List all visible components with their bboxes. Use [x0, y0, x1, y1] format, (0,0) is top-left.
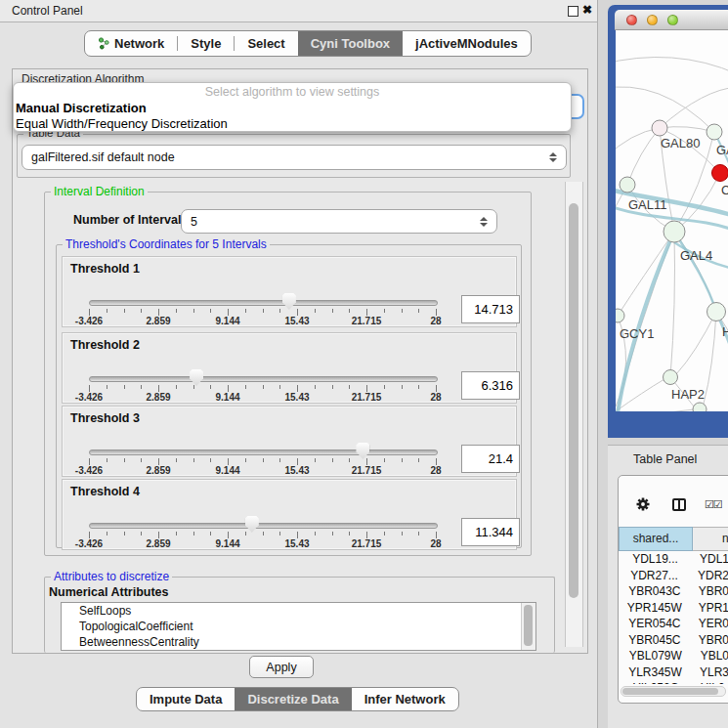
tab-discretize-data[interactable]: Discretize Data: [235, 688, 351, 710]
network-window-titlebar[interactable]: [615, 10, 728, 30]
table-row[interactable]: YBR045CYBR0: [619, 633, 728, 650]
cell-name[interactable]: YIL0: [693, 681, 725, 684]
threshold-slider[interactable]: -3.4262.8599.14415.4321.71528: [89, 407, 436, 476]
slider-track[interactable]: [89, 300, 438, 306]
network-edge[interactable]: [616, 57, 728, 74]
table-row[interactable]: YPR145WYPR1: [619, 601, 728, 618]
table-data-combobox[interactable]: galFiltered.sif default node: [21, 145, 567, 170]
cell-shared-name[interactable]: YER054C: [619, 617, 691, 633]
slider-thumb[interactable]: [282, 293, 296, 310]
attribute-list-item-selfloops[interactable]: SelfLoops: [62, 603, 535, 619]
attribute-list-item-betweennesscentrality[interactable]: BetweennessCentrality: [62, 634, 535, 650]
cell-name[interactable]: YLR3: [692, 665, 728, 682]
scrollbar-thumb[interactable]: [569, 203, 578, 598]
threshold-value-field[interactable]: 6.316: [461, 371, 520, 400]
tab-jactivemnodules[interactable]: jActiveMNodules: [403, 31, 531, 56]
cell-name[interactable]: YDR2: [690, 569, 728, 585]
network-edge[interactable]: [660, 87, 728, 128]
slider-track[interactable]: [89, 376, 438, 382]
table-horizontal-scrollbar[interactable]: [621, 686, 726, 697]
slider-thumb[interactable]: [245, 516, 259, 533]
cell-shared-name[interactable]: YBL079W: [619, 649, 693, 665]
tick-label: 2.859: [146, 538, 170, 549]
cell-name[interactable]: YBR0: [691, 633, 728, 650]
close-traffic-light-icon[interactable]: [626, 15, 637, 25]
node-label: GA: [716, 143, 728, 157]
cell-shared-name[interactable]: YBR045C: [619, 633, 691, 650]
slider-thumb[interactable]: [190, 369, 203, 386]
slider-track[interactable]: [89, 450, 438, 455]
tab-cyni-toolbox[interactable]: Cyni Toolbox: [298, 31, 403, 56]
table-row[interactable]: YBL079WYBL0: [619, 649, 728, 665]
network-node-gcy1[interactable]: [616, 309, 624, 322]
attribute-list-item-topologicalcoefficient[interactable]: TopologicalCoefficient: [62, 619, 535, 634]
threshold-value-field[interactable]: 14.713: [461, 295, 520, 323]
cell-shared-name[interactable]: YDL19...: [619, 552, 692, 569]
network-edge[interactable]: [704, 312, 716, 404]
network-node-h[interactable]: [707, 303, 726, 321]
float-window-icon[interactable]: [568, 6, 578, 17]
network-edge-highlighted[interactable]: [618, 232, 674, 411]
numerical-attributes-listbox[interactable]: SelfLoopsTopologicalCoefficientBetweenne…: [61, 602, 536, 651]
cell-name[interactable]: YER0: [691, 617, 728, 633]
tab-select[interactable]: Select: [235, 31, 297, 56]
cell-shared-name[interactable]: YPR145W: [619, 601, 691, 618]
network-edge[interactable]: [676, 312, 716, 374]
cell-shared-name[interactable]: YDR27...: [619, 569, 690, 585]
network-canvas[interactable]: GAL80GACGAL11GAL4GCY1HHAP2: [616, 30, 728, 411]
table-row[interactable]: YDR27...YDR2: [619, 569, 728, 585]
network-edge-highlighted[interactable]: [674, 232, 716, 312]
network-view-window[interactable]: GAL80GACGAL11GAL4GCY1HHAP2: [608, 5, 728, 438]
cell-name[interactable]: YPR1: [691, 601, 728, 618]
dropdown-option-equal-width-frequency[interactable]: Equal Width/Frequency Discretization: [14, 116, 571, 132]
slider-track[interactable]: [89, 523, 438, 529]
column-header-name[interactable]: n: [693, 527, 728, 551]
zoom-traffic-light-icon[interactable]: [667, 15, 678, 25]
cell-name[interactable]: YBR0: [691, 584, 728, 601]
minimize-traffic-light-icon[interactable]: [647, 15, 658, 25]
network-node-gal4[interactable]: [664, 221, 685, 242]
network-edge[interactable]: [670, 232, 675, 377]
threshold-slider[interactable]: -3.4262.8599.14415.4321.71528: [89, 480, 436, 549]
slider-thumb[interactable]: [356, 443, 369, 459]
number-of-intervals-combobox[interactable]: 5: [181, 209, 497, 234]
network-node[interactable]: [693, 403, 707, 411]
settings-vertical-scrollbar[interactable]: [565, 182, 583, 647]
table-row[interactable]: YDL19...YDL1: [619, 552, 728, 569]
close-icon[interactable]: ✖: [582, 3, 592, 17]
threshold-value-field[interactable]: 21.4: [461, 445, 520, 473]
network-node-gal11[interactable]: [620, 177, 635, 193]
scrollbar-thumb[interactable]: [524, 605, 533, 646]
split-columns-icon[interactable]: [672, 498, 686, 511]
dropdown-option-manual-discretization[interactable]: Manual Discretization: [14, 101, 571, 116]
cell-shared-name[interactable]: YLR345W: [619, 665, 692, 682]
cell-shared-name[interactable]: YIL052C: [619, 681, 693, 684]
table-row[interactable]: YLR345WYLR3: [619, 665, 728, 682]
threshold-slider[interactable]: -3.4262.8599.14415.4321.71528: [89, 257, 436, 326]
tab-network[interactable]: Network: [85, 31, 177, 56]
network-edge[interactable]: [616, 409, 694, 411]
tab-impute-data[interactable]: Impute Data: [137, 688, 235, 710]
scrollbar-thumb[interactable]: [622, 688, 718, 695]
network-node-ga[interactable]: [707, 124, 722, 140]
apply-button[interactable]: Apply: [249, 656, 314, 678]
checked-checkbox-icons[interactable]: ☑☑: [705, 498, 722, 511]
table-row[interactable]: YER054CYER0: [619, 617, 728, 633]
cell-shared-name[interactable]: YBR043C: [619, 584, 691, 601]
network-node-c[interactable]: [712, 165, 728, 182]
cell-name[interactable]: YDL1: [692, 552, 728, 569]
gear-icon[interactable]: [636, 497, 650, 511]
cell-name[interactable]: YBL0: [693, 649, 728, 665]
tab-infer-network[interactable]: Infer Network: [352, 688, 458, 710]
column-header-shared-name[interactable]: shared...: [619, 527, 693, 551]
threshold-value-field[interactable]: 11.344: [461, 518, 520, 546]
threshold-slider[interactable]: -3.4262.8599.14415.4321.71528: [89, 333, 436, 403]
table-row[interactable]: YIL052CYIL0: [619, 681, 728, 684]
network-node-gal80[interactable]: [652, 120, 667, 136]
tab-style[interactable]: Style: [178, 31, 234, 56]
tick-label: -3.426: [75, 465, 103, 476]
listbox-scrollbar[interactable]: [521, 603, 535, 650]
table-row[interactable]: YBR043CYBR0: [619, 584, 728, 601]
network-node-hap2[interactable]: [664, 370, 678, 385]
network-edge[interactable]: [627, 128, 660, 185]
